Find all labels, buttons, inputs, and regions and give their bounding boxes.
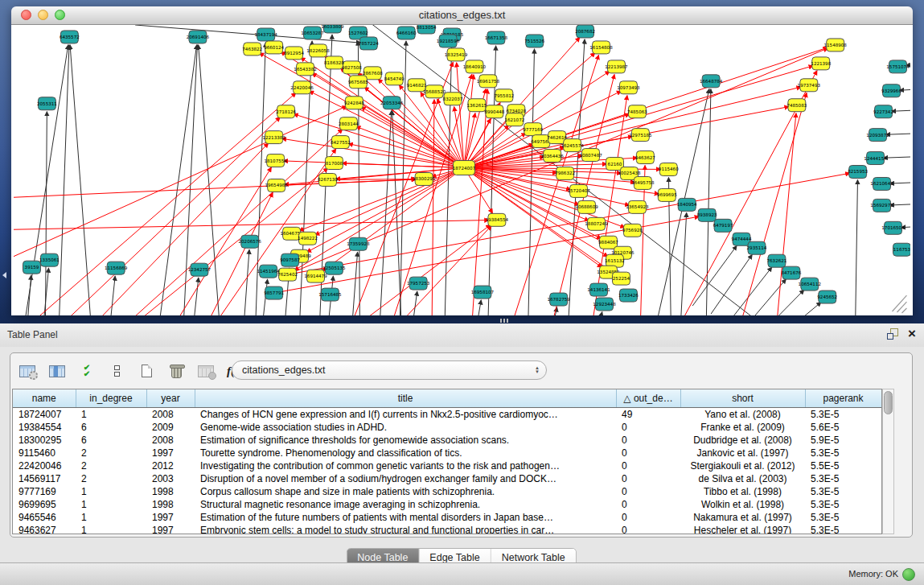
graph-node[interactable]: 8322037 [443, 93, 463, 105]
graph-node[interactable]: 9463627 [635, 151, 655, 164]
graph-node[interactable]: 10973493 [617, 81, 640, 94]
graph-node[interactable]: 17359928 [347, 237, 370, 250]
graph-edge[interactable] [432, 100, 434, 315]
toggle-rows-button[interactable] [108, 361, 125, 381]
graph-node[interactable]: 9115460 [659, 163, 679, 176]
graph-node[interactable]: 18437194 [254, 28, 277, 41]
graph-node[interactable]: 19737493 [798, 79, 821, 92]
graph-node[interactable]: 9242848 [344, 97, 364, 109]
graph-edge[interactable] [359, 225, 491, 315]
graph-node[interactable]: 252254 [612, 272, 630, 285]
memory-status-icon[interactable] [902, 568, 915, 581]
graph-node[interactable]: 9699695 [657, 188, 677, 201]
pane-splitter-grip[interactable] [500, 319, 510, 323]
graph-node[interactable]: 116753 [893, 243, 910, 256]
graph-node[interactable]: 9097587 [280, 253, 300, 266]
graph-node[interactable]: 22053346 [380, 97, 404, 109]
graph-edge[interactable] [884, 157, 910, 159]
table-row[interactable]: 1830029562008Estimation of significance … [13, 434, 881, 447]
graph-node[interactable]: 15751074 [886, 60, 910, 73]
graph-node[interactable]: 2087682 [575, 25, 595, 38]
graph-node[interactable]: 8267130 [318, 173, 338, 186]
table-row[interactable]: 1938455462009Genome-wide association stu… [13, 421, 881, 434]
graph-node[interactable]: 7632621 [766, 254, 786, 267]
graph-node[interactable]: 16245574 [561, 139, 584, 152]
graph-node[interactable]: 9329966 [881, 84, 901, 97]
float-panel-icon[interactable] [887, 328, 898, 340]
graph-node[interactable]: 1335061 [39, 253, 60, 266]
table-row[interactable]: 911546021997Tourette syndrome. Phenomeno… [13, 447, 881, 459]
graph-node[interactable]: 7515526 [524, 35, 544, 47]
graph-node[interactable]: 16914479 [304, 270, 327, 282]
graph-node[interactable]: 1840954 [677, 198, 697, 211]
table-row[interactable]: 1456911722003Disruption of a novel membe… [13, 472, 881, 485]
graph-node[interactable]: 11548908 [824, 39, 848, 51]
graph-node[interactable]: 18107554 [264, 154, 287, 167]
create-table-button[interactable] [138, 361, 155, 381]
graph-edge[interactable] [680, 212, 686, 315]
graph-node[interactable]: 10807487 [579, 149, 602, 162]
table-settings-button[interactable] [18, 361, 36, 381]
delete-table-button[interactable] [167, 361, 185, 381]
graph-node[interactable]: 16543382 [294, 63, 316, 76]
graph-node[interactable]: 9857791 [264, 286, 284, 299]
graph-node[interactable]: 20364436 [540, 150, 564, 163]
graph-edge[interactable] [464, 87, 801, 167]
graph-node[interactable]: 7955812 [494, 89, 514, 102]
graph-node[interactable]: 8454749 [384, 72, 405, 85]
network-canvas[interactable]: 6435572206914061843719410653287152760264… [14, 25, 910, 315]
graph-edge[interactable] [351, 252, 357, 315]
graph-node[interactable]: 11451964 [257, 265, 280, 278]
graph-edge[interactable] [63, 117, 280, 315]
close-panel-icon[interactable]: × [908, 328, 916, 340]
column-header-out_degree[interactable]: △ out_de… [616, 389, 680, 408]
graph-node[interactable]: 6479197 [713, 219, 733, 232]
select-rows-button[interactable]: ✔✔ [78, 361, 96, 381]
graph-node[interactable]: 8471676 [781, 266, 801, 279]
graph-edge[interactable] [31, 93, 296, 315]
west-panel-collapse-arrow-icon[interactable] [2, 272, 6, 278]
graph-node[interactable]: 9756928 [622, 224, 643, 237]
graph-node[interactable]: 9675685 [348, 76, 368, 89]
graph-edge[interactable] [14, 220, 489, 230]
graph-node[interactable]: 8813054 [417, 25, 437, 34]
column-header-short[interactable]: short [680, 389, 805, 408]
graph-node[interactable]: 12975185 [629, 129, 652, 142]
canvas-resize-grip[interactable] [893, 295, 907, 313]
graph-node[interactable]: 817008 [325, 157, 343, 170]
graph-node[interactable]: 7485063 [627, 105, 647, 118]
graph-edge[interactable] [765, 290, 804, 315]
network-view[interactable]: 6435572206914061843719410653287152760264… [11, 25, 913, 315]
graph-node[interactable]: 8186328 [324, 56, 344, 69]
graph-node[interactable]: 1221398 [811, 57, 831, 70]
graph-edge[interactable] [193, 278, 199, 315]
graph-edge[interactable] [730, 267, 772, 315]
column-header-pagerank[interactable]: pagerank [805, 389, 881, 408]
graph-edge[interactable] [777, 113, 796, 315]
graph-edge[interactable] [598, 312, 602, 315]
graph-node[interactable]: 16495758 [631, 176, 655, 189]
graph-node[interactable]: 19218596 [437, 35, 460, 47]
graph-node[interactable]: 16210643 [870, 177, 893, 190]
graph-node[interactable]: 8912954 [284, 47, 304, 60]
graph-node[interactable]: 16961758 [477, 75, 500, 88]
graph-node[interactable]: 9777169 [523, 123, 543, 136]
graph-edge[interactable] [412, 291, 417, 315]
graph-edge[interactable] [59, 45, 69, 315]
graph-node[interactable]: 9660124 [264, 41, 284, 54]
graph-node[interactable]: 9827508 [342, 61, 362, 74]
graph-node[interactable]: 11156869 [105, 262, 128, 274]
column-header-year[interactable]: year [146, 389, 195, 408]
scrollbar-thumb[interactable] [884, 391, 893, 414]
table-row[interactable]: 946554611997Estimation of the future num… [13, 511, 881, 524]
graph-node[interactable]: 1733426 [618, 289, 639, 302]
graph-node[interactable]: 9227342 [873, 105, 893, 118]
graph-edge[interactable] [45, 112, 47, 315]
graph-node[interactable]: 14136141 [587, 283, 610, 296]
graph-edge[interactable] [476, 300, 481, 315]
graph-node[interactable]: 18640910 [463, 60, 487, 73]
graph-node[interactable]: 17957253 [407, 277, 430, 290]
column-header-title[interactable]: title [195, 389, 616, 408]
graph-edge[interactable] [856, 179, 858, 315]
graph-edge[interactable] [361, 107, 464, 168]
